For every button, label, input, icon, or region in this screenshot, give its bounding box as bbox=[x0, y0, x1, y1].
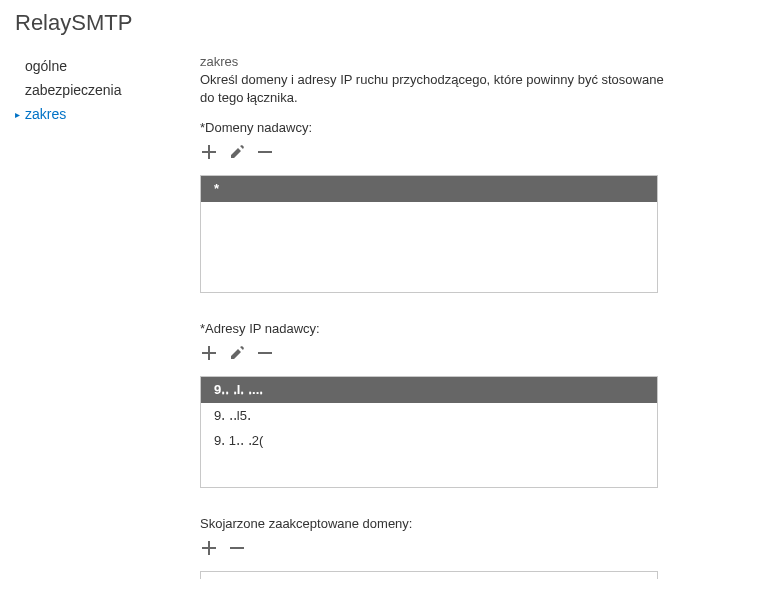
associated-list[interactable] bbox=[200, 571, 658, 579]
page-title: RelaySMTP bbox=[15, 10, 758, 36]
domains-toolbar bbox=[200, 143, 670, 161]
minus-icon bbox=[257, 345, 273, 361]
sidebar-item-label: zakres bbox=[25, 106, 66, 122]
plus-icon bbox=[201, 144, 217, 160]
plus-icon bbox=[201, 345, 217, 361]
sidebar-item-ogolne[interactable]: ogólne bbox=[15, 54, 190, 78]
pencil-icon bbox=[229, 144, 245, 160]
add-button[interactable] bbox=[200, 539, 218, 557]
remove-button[interactable] bbox=[256, 344, 274, 362]
ips-label: *Adresy IP nadawcy: bbox=[200, 321, 670, 336]
domains-label: *Domeny nadawcy: bbox=[200, 120, 670, 135]
svg-rect-1 bbox=[258, 352, 272, 354]
edit-button[interactable] bbox=[228, 143, 246, 161]
domains-list[interactable]: * bbox=[200, 175, 658, 293]
associated-label: Skojarzone zaakceptowane domeny: bbox=[200, 516, 670, 531]
main-panel: zakres Określ domeny i adresy IP ruchu p… bbox=[200, 54, 670, 579]
edit-button[interactable] bbox=[228, 344, 246, 362]
add-button[interactable] bbox=[200, 143, 218, 161]
list-item[interactable]: 9․․ ․l․ ․..․ bbox=[201, 377, 657, 403]
add-button[interactable] bbox=[200, 344, 218, 362]
sidebar: ogólne zabezpieczenia ▸ zakres bbox=[15, 54, 190, 579]
sidebar-item-label: ogólne bbox=[25, 58, 67, 74]
remove-button[interactable] bbox=[256, 143, 274, 161]
list-item[interactable]: * bbox=[201, 176, 657, 202]
ips-toolbar bbox=[200, 344, 670, 362]
list-item[interactable]: 9․ ․․l5․ bbox=[201, 403, 657, 429]
sidebar-item-label: zabezpieczenia bbox=[25, 82, 122, 98]
svg-rect-0 bbox=[258, 151, 272, 153]
section-desc: Określ domeny i adresy IP ruchu przychod… bbox=[200, 71, 670, 106]
minus-icon bbox=[229, 540, 245, 556]
sidebar-item-zabezpieczenia[interactable]: zabezpieczenia bbox=[15, 78, 190, 102]
svg-rect-2 bbox=[230, 547, 244, 549]
plus-icon bbox=[201, 540, 217, 556]
ips-list[interactable]: 9․․ ․l․ ․..․ 9․ ․․l5․ 9․ 1․․ ․2( bbox=[200, 376, 658, 488]
remove-button[interactable] bbox=[228, 539, 246, 557]
caret-right-icon: ▸ bbox=[15, 109, 25, 120]
minus-icon bbox=[257, 144, 273, 160]
sidebar-item-zakres[interactable]: ▸ zakres bbox=[15, 102, 190, 126]
associated-toolbar bbox=[200, 539, 670, 557]
section-heading: zakres bbox=[200, 54, 670, 69]
pencil-icon bbox=[229, 345, 245, 361]
list-item[interactable]: 9․ 1․․ ․2( bbox=[201, 428, 657, 454]
